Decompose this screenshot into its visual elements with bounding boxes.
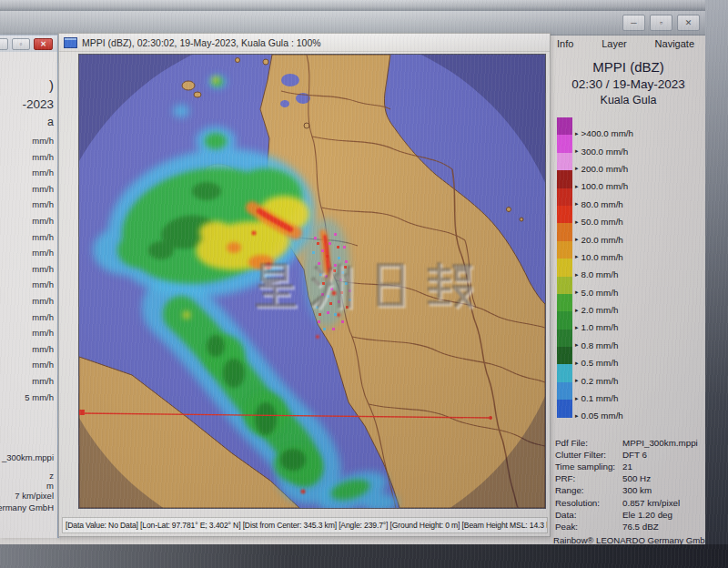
- legend-color-swatch: [557, 188, 572, 206]
- left-minimize-button[interactable]: [0, 38, 8, 50]
- info-label: PRF:: [555, 474, 622, 483]
- radar-window-titlebar[interactable]: MPPI (dBZ), 02:30:02, 19-May-2023, Kuala…: [59, 34, 550, 52]
- legend-tick-icon: ▸: [575, 200, 579, 208]
- left-title-fragment: ): [49, 77, 54, 93]
- left-legend-fragments: mm/hmm/hmm/hmm/hmm/hmm/hmm/hmm/hmm/hmm/h…: [0, 136, 57, 408]
- info-value: Ele 1.20 deg: [622, 511, 672, 520]
- left-info-fragment: _300km.mppi: [2, 452, 54, 462]
- left-legend-unit-label: mm/h: [0, 232, 57, 248]
- legend-row: ▸ 0.05 mm/h: [557, 400, 703, 417]
- legend-row: ▸ 1.0 mm/h: [557, 311, 703, 329]
- legend-tick-icon: ▸: [575, 130, 579, 137]
- panel-title-block: MPPI (dBZ) 02:30 / 19-May-2023 Kuala Gul…: [553, 59, 703, 106]
- left-legend-unit-label: mm/h: [0, 184, 57, 200]
- legend-color-swatch: [557, 364, 572, 381]
- left-legend-unit-label: mm/h: [0, 279, 57, 296]
- panel-tabs: InfoLayerNavigate: [553, 38, 703, 49]
- left-legend-unit-label: mm/h: [0, 360, 57, 376]
- left-legend-unit-label: mm/h: [0, 248, 57, 264]
- radar-map[interactable]: 星洲日報: [78, 54, 546, 509]
- legend-label: 2.0 mm/h: [581, 305, 619, 315]
- legend-color-swatch: [557, 135, 572, 152]
- left-date-fragment: -2023: [22, 97, 54, 111]
- info-label: Peak:: [555, 522, 622, 532]
- monitor-bezel-bottom: [0, 544, 728, 568]
- app-titlebar[interactable]: ─ ▫ ✕: [0, 11, 705, 36]
- info-panel: InfoLayerNavigate MPPI (dBZ) 02:30 / 19-…: [553, 38, 703, 537]
- panel-tab[interactable]: Navigate: [655, 38, 694, 49]
- radar-map-canvas: 星洲日報: [79, 55, 545, 508]
- info-label: Pdf File:: [555, 439, 622, 448]
- left-window-titlebar[interactable]: ▫ ✕: [0, 36, 57, 52]
- left-legend-unit-label: mm/h: [0, 344, 57, 360]
- minimize-button[interactable]: ─: [622, 15, 645, 31]
- info-label: Time sampling:: [555, 462, 622, 472]
- island: [520, 218, 523, 221]
- legend-row: ▸ 8.0 mm/h: [557, 259, 703, 276]
- info-value: 21: [622, 462, 632, 472]
- left-close-button[interactable]: ✕: [34, 38, 53, 50]
- legend-color-swatch: [557, 400, 572, 417]
- info-value: 300 km: [622, 486, 652, 495]
- product-datetime: 02:30 / 19-May-2023: [553, 77, 703, 91]
- legend-label: 200.0 mm/h: [581, 164, 629, 174]
- legend-tick-icon: ▸: [575, 271, 579, 279]
- info-label: Range:: [555, 486, 622, 495]
- legend-row: ▸ >400.0 mm/h: [557, 117, 703, 135]
- radar-map-window: MPPI (dBZ), 02:30:02, 19-May-2023, Kuala…: [58, 33, 551, 537]
- monitor-screen: ─ ▫ ✕ ▫ ✕ ) -2023 a mm/hmm/hmm/hmm/hmm/h…: [0, 11, 705, 544]
- left-info-fragment: DO Germany GmbH: [0, 502, 54, 512]
- island: [236, 58, 240, 63]
- legend-color-swatch: [557, 153, 572, 170]
- legend-tick-icon: ▸: [575, 183, 579, 190]
- legend-row: ▸ 0.8 mm/h: [557, 330, 703, 347]
- island: [263, 59, 268, 65]
- left-legend-unit-label: mm/h: [0, 152, 57, 168]
- maximize-button[interactable]: ▫: [650, 15, 672, 31]
- legend-tick-icon: ▸: [575, 377, 579, 384]
- panel-tab[interactable]: Info: [557, 38, 573, 49]
- map-statusbar: [Data Value: No Data] [Lon-Lat: 97.781° …: [62, 517, 548, 533]
- legend-tick-icon: ▸: [575, 307, 579, 314]
- radar-window-title: MPPI (dBZ), 02:30:02, 19-May-2023, Kuala…: [82, 37, 321, 48]
- left-maximize-button[interactable]: ▫: [12, 38, 30, 50]
- info-row: Time sampling: 21: [555, 462, 703, 472]
- legend-label: 80.0 mm/h: [581, 199, 623, 209]
- left-legend-unit-label: 5 mm/h: [0, 392, 57, 409]
- info-value: MPPI_300km.mppi: [622, 439, 698, 448]
- legend-color-swatch: [557, 223, 572, 240]
- panel-tab[interactable]: Layer: [602, 38, 627, 49]
- legend-row: ▸ 2.0 mm/h: [557, 294, 703, 311]
- monitor-bezel-top: [0, 0, 728, 11]
- island: [304, 123, 309, 128]
- info-label: Clutter Filter:: [555, 451, 622, 460]
- left-info-fragment: 7 km/pixel: [15, 491, 54, 501]
- left-legend-unit-label: mm/h: [0, 376, 57, 392]
- left-station-fragment: a: [47, 116, 54, 128]
- close-button[interactable]: ✕: [677, 15, 700, 31]
- legend-row: ▸ 0.5 mm/h: [557, 347, 703, 364]
- radar-window-icon: [64, 37, 77, 48]
- legend-label: 0.05 mm/h: [581, 411, 623, 421]
- legend-color-swatch: [557, 311, 572, 329]
- legend-color-swatch: [557, 294, 572, 311]
- left-info-fragment: z: [49, 471, 54, 481]
- info-value: 76.5 dBZ: [622, 522, 659, 532]
- legend-tick-icon: ▸: [575, 324, 579, 331]
- info-value: 0.857 km/pixel: [622, 499, 680, 508]
- legend-tick-icon: ▸: [575, 253, 579, 260]
- legend-tick-icon: ▸: [575, 412, 579, 420]
- island: [507, 208, 511, 212]
- legend-row: ▸ 10.0 mm/h: [557, 241, 703, 259]
- left-legend-unit-label: mm/h: [0, 216, 57, 232]
- legend-tick-icon: ▸: [575, 218, 579, 226]
- product-title: MPPI (dBZ): [553, 59, 703, 75]
- info-row: Clutter Filter: DFT 6: [555, 451, 703, 460]
- background-radar-window[interactable]: ▫ ✕ ) -2023 a mm/hmm/hmm/hmm/hmm/hmm/hmm…: [0, 35, 59, 538]
- legend-tick-icon: ▸: [575, 236, 579, 243]
- legend-label: 0.8 mm/h: [581, 340, 619, 350]
- info-row: Pdf File: MPPI_300km.mppi: [555, 439, 703, 448]
- legend-tick-icon: ▸: [575, 395, 579, 402]
- info-row: Range: 300 km: [555, 486, 703, 495]
- rainfall-legend: ▸ >400.0 mm/h ▸ 300.0 mm/h ▸ 200.0 mm/h …: [553, 117, 703, 418]
